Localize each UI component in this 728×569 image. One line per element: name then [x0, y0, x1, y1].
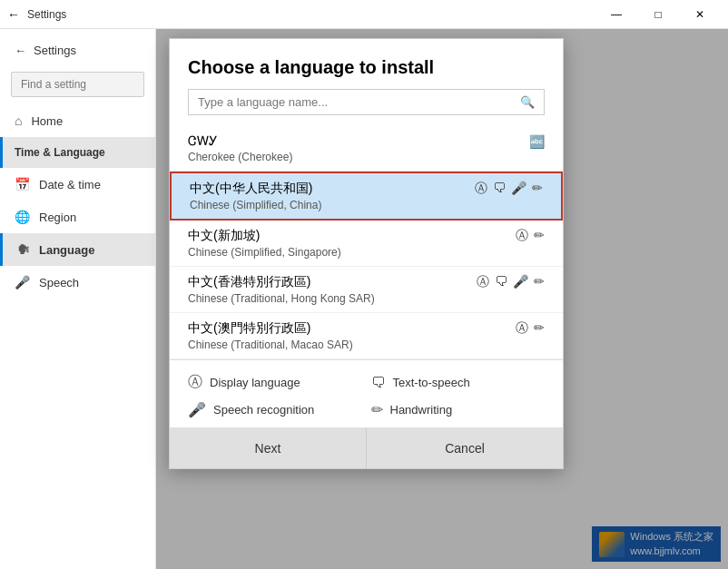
text-icon-zh: Ⓐ — [475, 181, 487, 197]
display-lang-label: Display language — [210, 376, 300, 389]
sidebar-region-label: Region — [39, 211, 76, 224]
text-icon-hk: Ⓐ — [477, 274, 489, 290]
sidebar-item-home[interactable]: ⌂ Home — [0, 104, 155, 137]
language-install-dialog: Choose a language to install 🔍 ᏣᎳᎩ 🔤 — [169, 38, 564, 469]
search-icon: 🔍 — [520, 95, 535, 109]
language-list[interactable]: ᏣᎳᎩ 🔤 Cherokee (Cherokee) 中文(中华人民共和国) — [170, 126, 563, 359]
chat-icon-hk: 🗨 — [495, 274, 507, 290]
zh-cn-name: 中文(中华人民共和国) — [190, 181, 312, 197]
next-button[interactable]: Next — [170, 428, 367, 468]
feature-display: Ⓐ Display language — [188, 373, 362, 392]
cancel-button[interactable]: Cancel — [367, 428, 563, 468]
chat-icon-zh: 🗨 — [493, 181, 506, 197]
text-icon-mo: Ⓐ — [516, 320, 528, 337]
zh-mo-sub: Chinese (Traditional, Macao SAR) — [188, 338, 545, 351]
home-icon: ⌂ — [15, 113, 22, 128]
calendar-icon: 📅 — [15, 177, 30, 191]
speech-recognition-icon: 🎤 — [188, 401, 206, 418]
feature-handwriting: ✏ Handwriting — [371, 401, 546, 418]
maximize-button[interactable]: □ — [637, 0, 679, 29]
sidebar-item-region[interactable]: 🌐 Region — [0, 201, 155, 233]
pen-icon-zh: ✏ — [532, 181, 543, 197]
window-controls: — □ ✕ — [595, 0, 721, 29]
zh-sg-name: 中文(新加坡) — [188, 228, 260, 244]
zh-hk-name: 中文(香港特別行政區) — [188, 274, 310, 290]
zh-cn-sub: Chinese (Simplified, China) — [190, 199, 543, 211]
zh-hk-icons: Ⓐ 🗨 🎤 ✏ — [477, 274, 545, 290]
sidebar-item-date-time[interactable]: 📅 Date & time — [0, 168, 155, 201]
app-body: ← Settings ⌂ Home Time & Language 📅 Date… — [0, 29, 728, 569]
language-item-zh-mo[interactable]: 中文(澳門特別行政區) Ⓐ ✏ Chinese (Traditional, Ma… — [170, 313, 563, 359]
speech-recognition-label: Speech recognition — [213, 403, 314, 417]
zh-sg-icons: Ⓐ ✏ — [516, 228, 545, 244]
time-language-label: Time & Language — [15, 146, 105, 159]
sidebar-date-label: Date & time — [39, 178, 101, 191]
tts-label: Text-to-speech — [393, 376, 470, 389]
pen-icon-hk: ✏ — [534, 274, 545, 290]
sidebar-back-label: Settings — [34, 44, 76, 57]
dialog-search-box: 🔍 — [188, 89, 545, 115]
handwriting-icon: ✏ — [371, 401, 383, 418]
dialog-overlay: Choose a language to install 🔍 ᏣᎳᎩ 🔤 — [156, 29, 728, 569]
sidebar-language-label: Language — [39, 243, 94, 257]
feature-speech: 🎤 Speech recognition — [188, 401, 362, 418]
cherokee-icons: 🔤 — [529, 134, 545, 149]
cherokee-sub: Cherokee (Cherokee) — [188, 151, 545, 163]
zh-hk-sub: Chinese (Traditional, Hong Kong SAR) — [188, 292, 545, 305]
display-lang-icon: Ⓐ — [188, 373, 202, 392]
mic-icon-hk: 🎤 — [513, 274, 528, 290]
sidebar-item-speech[interactable]: 🎤 Speech — [0, 266, 155, 299]
minimize-button[interactable]: — — [595, 0, 637, 29]
title-bar-title: Settings — [27, 8, 66, 21]
sidebar-speech-label: Speech — [39, 276, 79, 289]
sidebar-search-input[interactable] — [11, 72, 144, 97]
pen-icon-mo: ✏ — [534, 320, 545, 337]
language-search-input[interactable] — [198, 95, 513, 109]
speech-icon: 🎤 — [15, 275, 30, 289]
handwriting-label: Handwriting — [390, 403, 453, 417]
close-button[interactable]: ✕ — [679, 0, 721, 29]
features-grid: Ⓐ Display language 🗨 Text-to-speech 🎤 Sp… — [188, 373, 545, 418]
zh-mo-name: 中文(澳門特別行政區) — [188, 320, 310, 337]
language-item-cherokee[interactable]: ᏣᎳᎩ 🔤 Cherokee (Cherokee) — [170, 126, 563, 172]
dialog-buttons: Next Cancel — [170, 427, 563, 468]
sidebar: ← Settings ⌂ Home Time & Language 📅 Date… — [0, 29, 156, 569]
cherokee-name: ᏣᎳᎩ — [188, 133, 218, 149]
mic-icon-zh: 🎤 — [511, 181, 526, 197]
language-item-zh-hk[interactable]: 中文(香港特別行政區) Ⓐ 🗨 🎤 ✏ Chinese (Traditional… — [170, 267, 563, 313]
language-item-zh-sg[interactable]: 中文(新加坡) Ⓐ ✏ Chinese (Simplified, Singapo… — [170, 221, 563, 267]
language-item-zh-cn[interactable]: 中文(中华人民共和国) Ⓐ 🗨 🎤 ✏ Chinese (Simplified,… — [170, 172, 563, 221]
sidebar-item-time-language[interactable]: Time & Language — [0, 137, 155, 168]
tts-icon: 🗨 — [371, 375, 386, 391]
dialog-title: Choose a language to install — [170, 39, 563, 89]
content-area: ...er will appear in this ...anguage in … — [156, 29, 728, 569]
zh-mo-icons: Ⓐ ✏ — [516, 320, 545, 337]
title-bar: ← Settings — □ ✕ — [0, 0, 728, 29]
sidebar-home-label: Home — [31, 114, 63, 128]
back-icon: ← — [7, 7, 20, 22]
text-icon-sg: Ⓐ — [516, 228, 528, 244]
sidebar-back[interactable]: ← Settings — [0, 36, 155, 64]
sidebar-item-language[interactable]: 🗣 Language — [0, 233, 155, 266]
text-icon: 🔤 — [529, 134, 545, 149]
zh-cn-icons: Ⓐ 🗨 🎤 ✏ — [475, 181, 543, 197]
back-arrow-icon: ← — [15, 44, 26, 57]
zh-sg-sub: Chinese (Simplified, Singapore) — [188, 246, 545, 259]
globe-icon: 🌐 — [15, 210, 30, 224]
pen-icon-sg: ✏ — [534, 228, 545, 244]
feature-tts: 🗨 Text-to-speech — [371, 373, 546, 392]
language-icon: 🗣 — [17, 242, 30, 257]
features-section: Ⓐ Display language 🗨 Text-to-speech 🎤 Sp… — [170, 359, 563, 427]
